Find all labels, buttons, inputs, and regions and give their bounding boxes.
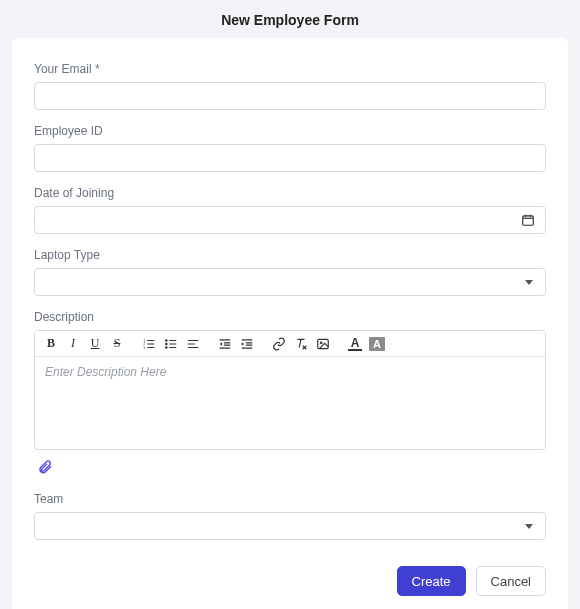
strikethrough-button[interactable]: S	[107, 334, 127, 354]
attachment-icon[interactable]	[34, 456, 56, 478]
label-email: Your Email *	[34, 62, 546, 76]
svg-point-14	[166, 343, 167, 344]
calendar-icon[interactable]	[521, 213, 535, 227]
chevron-down-icon	[525, 524, 533, 529]
bold-button[interactable]: B	[41, 334, 61, 354]
chevron-down-icon	[525, 280, 533, 285]
label-laptop-type: Laptop Type	[34, 248, 546, 262]
toolbar-separator	[129, 343, 137, 344]
svg-rect-0	[523, 216, 534, 225]
clear-format-button[interactable]	[291, 334, 311, 354]
input-date-of-joining[interactable]	[34, 206, 546, 234]
field-employee-id: Employee ID	[34, 124, 546, 172]
align-button[interactable]	[183, 334, 203, 354]
link-button[interactable]	[269, 334, 289, 354]
svg-point-15	[166, 346, 167, 347]
create-button[interactable]: Create	[397, 566, 466, 596]
field-date-of-joining: Date of Joining	[34, 186, 546, 234]
label-team: Team	[34, 492, 546, 506]
rich-text-editor: B I U S 123	[34, 330, 546, 450]
ordered-list-button[interactable]: 123	[139, 334, 159, 354]
underline-button[interactable]: U	[85, 334, 105, 354]
indent-button[interactable]	[237, 334, 257, 354]
form-footer: Create Cancel	[34, 566, 546, 596]
unordered-list-button[interactable]	[161, 334, 181, 354]
svg-text:3: 3	[143, 344, 145, 349]
font-color-button[interactable]: A	[345, 334, 365, 354]
image-button[interactable]	[313, 334, 333, 354]
page-title: New Employee Form	[0, 0, 580, 38]
label-description: Description	[34, 310, 546, 324]
toolbar-separator	[259, 343, 267, 344]
editor-toolbar: B I U S 123	[35, 331, 545, 357]
italic-button[interactable]: I	[63, 334, 83, 354]
toolbar-separator	[335, 343, 343, 344]
input-employee-id[interactable]	[34, 144, 546, 172]
svg-point-30	[320, 341, 322, 343]
field-description: Description B I U S 123	[34, 310, 546, 478]
attachment-row	[34, 456, 546, 478]
field-team: Team	[34, 492, 546, 540]
input-email[interactable]	[34, 82, 546, 110]
highlight-color-button[interactable]: A	[367, 334, 387, 354]
field-laptop-type: Laptop Type	[34, 248, 546, 296]
cancel-button[interactable]: Cancel	[476, 566, 546, 596]
form-card: Your Email * Employee ID Date of Joining…	[12, 38, 568, 609]
outdent-button[interactable]	[215, 334, 235, 354]
field-email: Your Email *	[34, 62, 546, 110]
select-team[interactable]	[34, 512, 546, 540]
label-date-of-joining: Date of Joining	[34, 186, 546, 200]
toolbar-separator	[205, 343, 213, 344]
svg-point-13	[166, 339, 167, 340]
editor-textarea[interactable]: Enter Description Here	[35, 357, 545, 449]
select-laptop-type[interactable]	[34, 268, 546, 296]
svg-rect-29	[318, 339, 329, 348]
label-employee-id: Employee ID	[34, 124, 546, 138]
